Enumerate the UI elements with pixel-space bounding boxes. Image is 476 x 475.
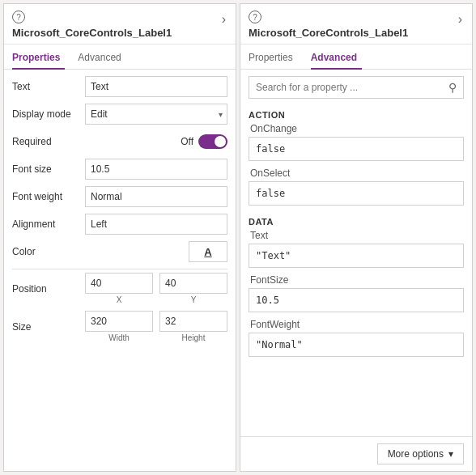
size-width-input[interactable] — [85, 311, 153, 332]
font-weight-input[interactable] — [85, 186, 227, 207]
text-data-label: Text — [249, 230, 464, 241]
onselect-field[interactable]: false — [249, 181, 464, 206]
left-panel: ? Microsoft_CoreControls_Label1 › Proper… — [3, 3, 236, 472]
tab-properties-right[interactable]: Properties — [249, 45, 298, 70]
font-weight-value — [85, 186, 227, 207]
required-label: Required — [12, 136, 85, 147]
left-chevron-icon[interactable]: › — [220, 11, 227, 28]
left-panel-header: ? Microsoft_CoreControls_Label1 › — [4, 4, 236, 45]
text-prop-value — [85, 76, 227, 97]
position-fields: X Y — [85, 273, 227, 304]
right-tabs: Properties Advanced — [240, 45, 472, 70]
display-mode-row: Display mode Edit View Disabled ▾ — [12, 104, 227, 125]
position-label: Position — [12, 283, 85, 295]
search-input[interactable] — [249, 78, 442, 96]
text-data-field[interactable]: "Text" — [249, 244, 464, 268]
position-row: Position X Y — [12, 273, 227, 304]
font-size-input[interactable] — [85, 159, 227, 180]
onselect-label: OnSelect — [249, 168, 464, 179]
search-box: ⚲ — [249, 76, 464, 99]
tab-advanced-left[interactable]: Advanced — [78, 45, 125, 70]
divider-1 — [12, 269, 227, 269]
color-label: Color — [12, 246, 85, 257]
onchange-field[interactable]: false — [249, 137, 464, 161]
left-tabs: Properties Advanced — [4, 45, 236, 70]
font-size-value — [85, 159, 227, 180]
onchange-label: OnChange — [249, 123, 464, 134]
required-row: Required Off — [12, 131, 227, 152]
position-y-group: Y — [159, 273, 227, 304]
position-x-input[interactable] — [85, 273, 153, 294]
size-height-group: Height — [159, 311, 227, 342]
color-picker-button[interactable]: A — [189, 241, 227, 262]
font-weight-label: Font weight — [12, 191, 85, 202]
alignment-value — [85, 214, 227, 235]
text-input[interactable] — [85, 76, 227, 97]
data-section-header: DATA — [249, 212, 464, 230]
required-toggle-wrapper: Off — [85, 134, 227, 149]
more-options-label: More options — [388, 448, 444, 460]
required-toggle[interactable] — [198, 134, 227, 149]
left-title-column: ? Microsoft_CoreControls_Label1 — [12, 11, 172, 39]
display-mode-select[interactable]: Edit View Disabled — [85, 104, 227, 125]
size-row: Size Width Height — [12, 311, 227, 342]
font-size-label: Font size — [12, 163, 85, 175]
position-x-group: X — [85, 273, 153, 304]
alignment-input[interactable] — [85, 214, 227, 235]
fontsize-data-label: FontSize — [249, 274, 464, 286]
toggle-off-label: Off — [181, 136, 193, 147]
search-icon: ⚲ — [442, 81, 463, 94]
text-prop-label: Text — [12, 81, 85, 92]
fontweight-data-field[interactable]: "Normal" — [249, 333, 464, 357]
more-options-chevron-icon: ▾ — [448, 448, 453, 460]
position-x-label: X — [85, 295, 153, 304]
fontsize-data-field[interactable]: 10.5 — [249, 288, 464, 312]
toggle-knob — [215, 136, 226, 147]
font-size-row: Font size — [12, 159, 227, 180]
right-panel-title: Microsoft_CoreControls_Label1 — [249, 27, 408, 39]
display-mode-wrapper: Edit View Disabled ▾ — [85, 104, 227, 125]
fontweight-data-label: FontWeight — [249, 319, 464, 330]
right-title-column: ? Microsoft_CoreControls_Label1 — [249, 11, 408, 39]
size-width-group: Width — [85, 311, 153, 342]
display-mode-label: Display mode — [12, 108, 85, 120]
alignment-row: Alignment — [12, 214, 227, 235]
action-section-header: ACTION — [249, 105, 464, 123]
size-fields: Width Height — [85, 311, 227, 342]
size-label: Size — [12, 321, 85, 333]
alignment-label: Alignment — [12, 218, 85, 230]
right-help-icon[interactable]: ? — [249, 11, 261, 23]
more-options-bar: More options ▾ — [240, 436, 472, 471]
tab-advanced-right[interactable]: Advanced — [311, 45, 362, 70]
left-panel-title: Microsoft_CoreControls_Label1 — [12, 27, 172, 39]
position-y-label: Y — [159, 295, 227, 304]
position-y-input[interactable] — [159, 273, 227, 294]
right-chevron-icon[interactable]: › — [457, 11, 464, 28]
color-row: Color A — [12, 241, 227, 262]
right-panel-body: ACTION OnChange false OnSelect false DAT… — [240, 105, 472, 436]
color-field-wrapper: A — [85, 241, 227, 262]
text-row: Text — [12, 76, 227, 97]
size-width-label: Width — [85, 333, 153, 342]
font-weight-row: Font weight — [12, 186, 227, 207]
right-panel: ? Microsoft_CoreControls_Label1 › Proper… — [240, 3, 473, 472]
tab-properties-left[interactable]: Properties — [12, 45, 65, 70]
right-panel-header: ? Microsoft_CoreControls_Label1 › — [240, 4, 472, 45]
more-options-button[interactable]: More options ▾ — [377, 443, 464, 464]
size-height-label: Height — [159, 333, 227, 342]
left-help-icon[interactable]: ? — [12, 11, 25, 23]
left-panel-body: Text Display mode Edit View Disabled ▾ R… — [4, 70, 236, 471]
size-height-input[interactable] — [159, 311, 227, 332]
